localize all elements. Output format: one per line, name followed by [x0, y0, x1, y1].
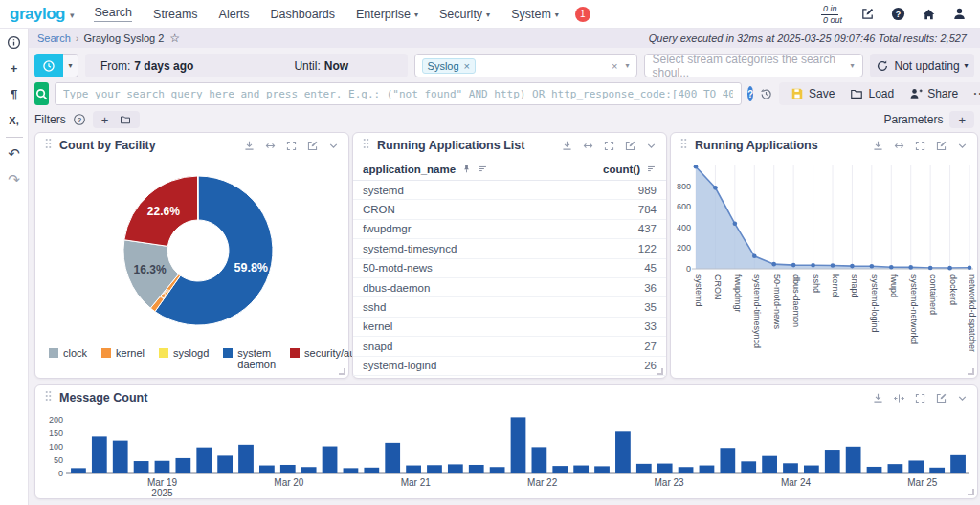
query-help-icon[interactable]: ? — [747, 86, 753, 101]
resize-handle[interactable] — [968, 489, 974, 495]
logo-caret-icon[interactable]: ▾ — [70, 11, 75, 20]
legend-item[interactable]: kernel — [101, 347, 145, 359]
resize-handle[interactable] — [339, 368, 345, 375]
graylog-logo[interactable]: graylog — [10, 5, 65, 24]
nav-item-streams[interactable]: Streams — [143, 0, 209, 28]
remove-stream-icon[interactable]: × — [464, 60, 470, 72]
filter-folder-button[interactable] — [120, 114, 131, 125]
save-button[interactable]: Save — [791, 87, 835, 100]
undo-icon[interactable]: ↶ — [8, 147, 20, 161]
nav-item-alerts[interactable]: Alerts — [209, 0, 260, 28]
create-icon[interactable]: + — [11, 62, 18, 76]
search-button[interactable] — [34, 82, 49, 105]
sort-icon[interactable] — [646, 164, 657, 174]
nav-item-enterprise[interactable]: Enterprise▾ — [345, 0, 429, 28]
widget-title: Running Applications — [695, 139, 818, 152]
view-description-icon[interactable] — [7, 35, 21, 50]
table-row[interactable]: CRON784 — [353, 200, 666, 219]
export-icon[interactable] — [561, 140, 573, 152]
stream-tag[interactable]: Syslog × — [422, 58, 476, 74]
arrows-horizontal-icon[interactable] — [893, 140, 905, 152]
resize-handle[interactable] — [657, 368, 663, 375]
edit-widget-icon[interactable] — [935, 140, 947, 152]
formatting-icon[interactable]: ¶ — [11, 88, 17, 101]
drag-handle-icon[interactable] — [44, 389, 53, 406]
drag-handle-icon[interactable] — [44, 137, 53, 154]
fullscreen-icon[interactable] — [914, 392, 926, 405]
chevron-down-icon: ▾ — [486, 11, 490, 19]
more-actions-button[interactable]: ··· — [973, 87, 980, 100]
stream-select[interactable]: Syslog × × ▾ — [414, 54, 637, 77]
nav-item-security[interactable]: Security▾ — [429, 0, 501, 28]
nav-item-search[interactable]: Search — [83, 0, 143, 28]
redo-icon[interactable]: ↷ — [8, 173, 20, 187]
highlighting-icon[interactable]: X, — [9, 114, 18, 127]
fullscreen-icon[interactable] — [285, 140, 298, 152]
svg-text:systemd-networkd: systemd-networkd — [909, 274, 919, 344]
drag-handle-icon[interactable] — [679, 137, 688, 154]
nav-item-dashboards[interactable]: Dashboards — [260, 0, 345, 28]
sort-icon[interactable] — [478, 164, 488, 174]
legend-item[interactable]: syslogd — [159, 347, 209, 359]
applications-area-chart[interactable]: 0200400600800systemdCRONfwupdmgrsystemd-… — [671, 158, 977, 376]
stream-categories-select[interactable]: Select stream categories the search shou… — [644, 54, 863, 77]
table-row[interactable]: dbus-daemon36 — [353, 278, 666, 297]
filters-help-icon[interactable] — [73, 113, 86, 126]
table-row[interactable]: systemd-logind26 — [353, 357, 666, 376]
favorite-star-icon[interactable]: ☆ — [169, 32, 180, 45]
table-row[interactable]: fwupdmgr437 — [353, 220, 666, 239]
legend-item[interactable]: clock — [49, 347, 87, 359]
table-row[interactable]: kernel33 — [353, 318, 666, 337]
export-icon[interactable] — [243, 140, 256, 152]
table-row[interactable]: systemd989 — [353, 181, 666, 200]
legend-item[interactable]: system daemon — [223, 347, 276, 370]
pin-icon[interactable] — [461, 164, 472, 174]
nav-item-system[interactable]: System▾ — [501, 0, 569, 28]
collapse-chevron-icon[interactable] — [956, 392, 969, 405]
edit-widget-icon[interactable] — [306, 140, 319, 152]
query-history-icon[interactable] — [759, 87, 773, 101]
arrows-horizontal-icon[interactable] — [264, 140, 277, 152]
refresh-interval-dropdown[interactable]: Not updating ▾ — [895, 59, 969, 73]
user-icon[interactable] — [952, 7, 967, 21]
facility-donut-chart[interactable]: 59.8%1.2%16.3%22.6% — [35, 158, 348, 343]
edit-widget-icon[interactable] — [935, 392, 947, 405]
collapse-chevron-icon[interactable] — [327, 140, 340, 152]
home-icon[interactable] — [922, 7, 936, 21]
load-button[interactable]: Load — [850, 87, 894, 100]
search-query-input[interactable] — [55, 82, 742, 105]
add-filter-button[interactable]: + — [101, 114, 109, 126]
drag-handle-icon[interactable] — [362, 137, 370, 154]
table-row[interactable]: sshd35 — [353, 297, 666, 317]
split-arrows-icon[interactable] — [893, 392, 905, 405]
clear-select-icon[interactable]: × — [612, 60, 617, 72]
share-button[interactable]: Share — [909, 87, 958, 100]
table-row[interactable]: 50-motd-news45 — [353, 259, 666, 278]
column-application-name[interactable]: application_name — [363, 164, 456, 175]
fullscreen-icon[interactable] — [914, 140, 926, 152]
collapse-chevron-icon[interactable] — [645, 140, 657, 152]
message-count-bar-chart[interactable]: 050100150200Mar 192025Mar 20Mar 21Mar 22… — [35, 410, 975, 498]
export-icon[interactable] — [872, 392, 884, 405]
column-count[interactable]: count() — [603, 164, 640, 175]
add-parameter-button[interactable]: + — [958, 114, 966, 126]
chevron-down-icon[interactable]: ▾ — [626, 61, 630, 70]
help-icon[interactable] — [891, 7, 905, 21]
compose-icon[interactable] — [860, 7, 875, 21]
notification-badge[interactable]: 1 — [575, 7, 590, 22]
resize-handle[interactable] — [968, 368, 974, 375]
collapse-chevron-icon[interactable] — [956, 140, 969, 152]
refresh-icon[interactable] — [870, 59, 895, 73]
count-cell: 437 — [638, 223, 657, 234]
fullscreen-icon[interactable] — [603, 140, 615, 152]
table-row[interactable]: snapd27 — [353, 337, 666, 356]
nav-right-cluster: 0 in 0 out — [821, 4, 980, 25]
arrows-horizontal-icon[interactable] — [582, 140, 594, 152]
timerange-clock-icon[interactable] — [34, 54, 63, 77]
export-icon[interactable] — [872, 140, 884, 152]
edit-widget-icon[interactable] — [624, 140, 636, 152]
table-row[interactable]: systemd-timesyncd122 — [353, 239, 666, 258]
timerange-caret[interactable]: ▾ — [63, 54, 78, 77]
breadcrumb-search-link[interactable]: Search — [37, 33, 71, 44]
timerange-display[interactable]: From: 7 days ago Until: Now — [85, 54, 408, 77]
